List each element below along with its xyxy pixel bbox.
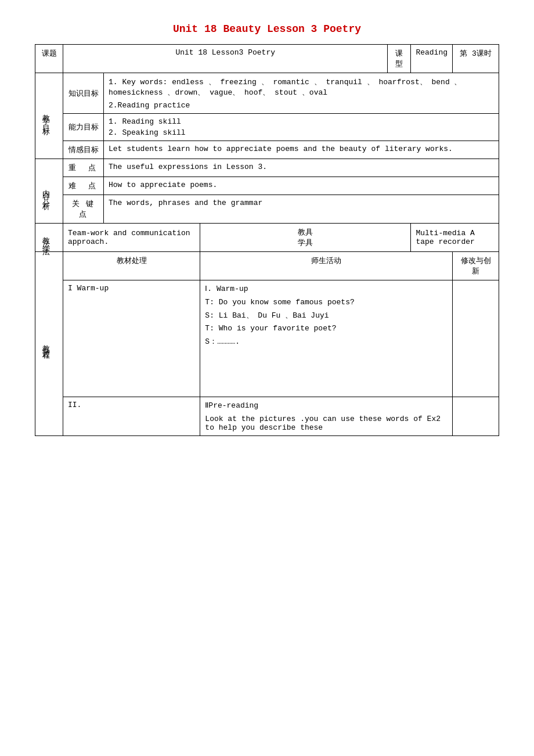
period-cell: 第 3课时	[453, 45, 499, 73]
prereading-content-cell: ⅡPre-reading Look at the pictures .you c…	[200, 397, 453, 436]
xiugai-header: 修改与创新	[453, 252, 499, 280]
zhishi-content2: 2.Reading practice	[109, 101, 494, 110]
main-table: 课题 Unit 18 Lesson3 Poetry 课型 Reading 第 3…	[35, 44, 499, 436]
jiaofa-content-cell: Team-work and communication approach.	[63, 224, 200, 252]
guanjiandian-content-cell: The words, phrases and the grammar	[104, 195, 499, 224]
prereading-xiugai-cell	[453, 397, 499, 436]
nengli-content1: 1. Reading skill	[109, 117, 494, 126]
type-label-cell: 课型	[388, 45, 411, 73]
warmup-row: I Warm-up Ⅰ. Warm-up T: Do you know some…	[35, 280, 499, 397]
jiaocai-header: 教材处理	[63, 252, 200, 280]
guanjiandian-label-cell: 关 键 点	[63, 195, 104, 224]
course-label-cell: 课题	[35, 45, 63, 73]
page-title: Unit 18 Beauty Lesson 3 Poetry	[35, 23, 499, 35]
zhishi-content1: 1. Key words: endless 、 freezing 、 roman…	[109, 77, 494, 98]
jiaoxueguocheng-label: 教学过程	[35, 252, 63, 436]
jiaofa-row: 教法 学法 Team-work and communication approa…	[35, 224, 499, 252]
shisheng-header: 师生活动	[200, 252, 453, 280]
prereading-content: Look at the pictures .you can use these …	[205, 415, 448, 432]
qinggan-row: 情感目标 Let students learn how to appreciat…	[35, 141, 499, 159]
jiaoxue-mubiao-label: 教学 目标	[35, 73, 63, 159]
warmup-xiugai-cell	[453, 280, 499, 397]
nengli-content-cell: 1. Reading skill 2. Speaking skill	[104, 114, 499, 141]
guocheng-header-row: 教学过程 教材处理 师生活动 修改与创新	[35, 252, 499, 280]
jiaoju-label-cell: 教具 学具	[200, 224, 411, 252]
prereading-row: II. ⅡPre-reading Look at the pictures .y…	[35, 397, 499, 436]
qinggan-label-cell: 情感目标	[63, 141, 104, 159]
zhishi-content-cell: 1. Key words: endless 、 freezing 、 roman…	[104, 73, 499, 114]
guanjiandian-row: 关 键 点 The words, phrases and the grammar	[35, 195, 499, 224]
nengli-content2: 2. Speaking skill	[109, 128, 494, 137]
warmup-s2: S：………….	[205, 336, 448, 347]
prereading-title: ⅡPre-reading	[205, 401, 448, 410]
zhongdian-content-cell: The useful expressions in Lesson 3.	[104, 159, 499, 177]
warmup-s1: S: Li Bai、 Du Fu 、Bai Juyi	[205, 310, 448, 321]
jiaoju-content-cell: Multi-media A tape recorder	[411, 224, 499, 252]
nandian-label-cell: 难 点	[63, 177, 104, 195]
warmup-t1: T: Do you know some famous poets?	[205, 298, 448, 307]
zhongdian-row: 内容 分析 重 点 The useful expressions in Less…	[35, 159, 499, 177]
warmup-t2: T: Who is your favorite poet?	[205, 324, 448, 333]
course-value-cell: Unit 18 Lesson3 Poetry	[63, 45, 388, 73]
jiaofa-xuefa-label: 教法 学法	[35, 224, 63, 252]
nandian-content-cell: How to appreciate poems.	[104, 177, 499, 195]
zhishi-label-cell: 知识目标	[63, 73, 104, 114]
warmup-label-cell: I Warm-up	[63, 280, 200, 397]
qinggan-content-cell: Let students learn how to appreciate poe…	[104, 141, 499, 159]
nandian-row: 难 点 How to appreciate poems.	[35, 177, 499, 195]
header-row: 课题 Unit 18 Lesson3 Poetry 课型 Reading 第 3…	[35, 45, 499, 73]
warmup-content-cell: Ⅰ. Warm-up T: Do you know some famous po…	[200, 280, 453, 397]
prereading-label-cell: II.	[63, 397, 200, 436]
zhishi-row: 教学 目标 知识目标 1. Key words: endless 、 freez…	[35, 73, 499, 114]
nengli-label-cell: 能力目标	[63, 114, 104, 141]
neirong-fenxi-label: 内容 分析	[35, 159, 63, 224]
warmup-title: Ⅰ. Warm-up	[205, 284, 448, 293]
type-value-cell: Reading	[411, 45, 453, 73]
nengli-row: 能力目标 1. Reading skill 2. Speaking skill	[35, 114, 499, 141]
zhongdian-label-cell: 重 点	[63, 159, 104, 177]
